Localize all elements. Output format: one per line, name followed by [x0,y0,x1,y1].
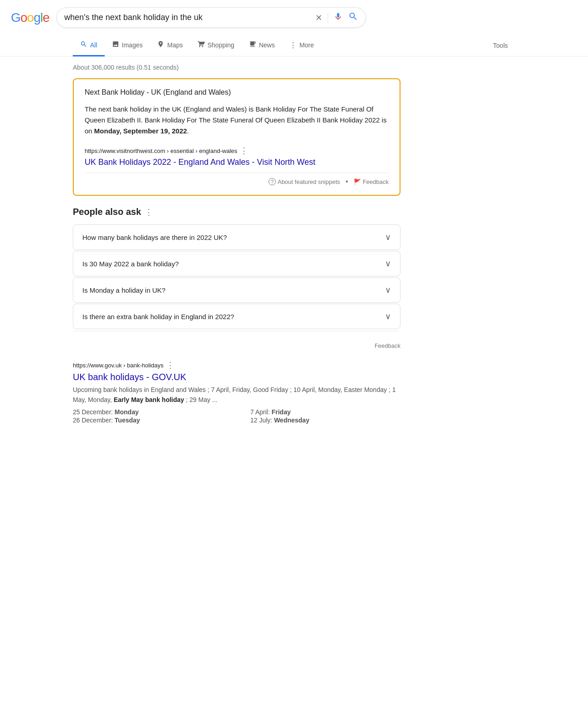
paa-question-1: How many bank holidays are there in 2022… [82,234,227,241]
flag-icon: 🚩 [354,178,361,185]
result-title[interactable]: UK bank holidays - GOV.UK [73,371,400,383]
snippet-body: The next bank holiday in the UK (England… [85,104,389,137]
chevron-down-icon-1: ∨ [385,232,391,242]
featured-snippet: Next Bank Holiday - UK (England and Wale… [73,78,400,196]
paa-item-1[interactable]: How many bank holidays are there in 2022… [73,224,400,250]
tab-shopping[interactable]: Shopping [190,35,242,56]
paa-separator [73,331,400,331]
date-label-4: 12 July: [250,417,272,424]
chevron-down-icon-2: ∨ [385,259,391,269]
clear-icon[interactable]: ✕ [315,13,322,23]
date-value-3: Tuesday [115,417,140,424]
paa-section: People also ask ⋮ How many bank holidays… [73,207,400,356]
snippet-source: https://www.visitnorthwest.com › essenti… [85,146,389,156]
date-item-1: 25 December: Monday [73,408,223,416]
search-submit-icon[interactable] [348,11,358,24]
organic-result-1: https://www.gov.uk › bank-holidays ⋮ UK … [73,360,400,424]
snippet-title: Next Bank Holiday - UK (England and Wale… [85,88,389,97]
tab-maps[interactable]: Maps [150,35,190,56]
paa-menu-icon[interactable]: ⋮ [145,207,153,217]
date-label-2: 7 April: [250,408,270,416]
tab-more-label: More [299,41,314,49]
tab-more[interactable]: ⋮ More [282,36,321,56]
tab-news-label: News [259,41,275,49]
result-dates-grid: 25 December: Monday 7 April: Friday 26 D… [73,408,400,424]
snippet-feedback-link[interactable]: 🚩 Feedback [354,178,389,185]
tab-all-label: All [90,41,97,49]
result-menu-icon[interactable]: ⋮ [166,360,174,370]
snippet-body-end: . [187,127,189,135]
search-bar: ✕ [56,7,366,28]
google-logo: Google [11,10,49,25]
tab-images[interactable]: Images [105,35,150,56]
snippet-menu-icon[interactable]: ⋮ [240,146,248,156]
result-snippet: Upcoming bank holidays in England and Wa… [73,385,400,405]
date-item-3: 26 December: Tuesday [73,417,223,424]
snippet-body-bold: Monday, September 19, 2022 [94,127,187,135]
paa-header: People also ask ⋮ [73,207,400,217]
paa-item-3[interactable]: Is Monday a holiday in UK? ∨ [73,277,400,303]
date-item-4: 12 July: Wednesday [250,417,400,424]
about-featured-snippets-link[interactable]: ? About featured snippets [269,178,340,185]
news-icon [249,41,256,50]
search-icons: ✕ [315,11,358,24]
tab-news[interactable]: News [242,35,282,56]
snippet-text-bold: Early May bank holiday [114,396,184,403]
maps-icon [157,41,164,50]
images-icon [112,41,119,50]
date-item-2: 7 April: Friday [250,408,400,416]
date-value-2: Friday [272,408,291,416]
paa-question-2: Is 30 May 2022 a bank holiday? [82,260,179,268]
date-value-4: Wednesday [274,417,309,424]
search-input[interactable] [64,13,312,22]
nav-tabs: All Images Maps Shopping News ⋮ More Too… [0,35,588,56]
header: Google ✕ [0,0,588,35]
tools-button[interactable]: Tools [486,36,515,55]
divider [328,12,328,23]
result-url-line: https://www.gov.uk › bank-holidays ⋮ [73,360,400,370]
paa-question-3: Is Monday a holiday in UK? [82,286,166,294]
chevron-down-icon-3: ∨ [385,285,391,295]
snippet-text-end: ; 29 May ... [184,396,218,403]
results-area: About 306,000 results (0.51 seconds) Nex… [0,56,588,431]
tab-shopping-label: Shopping [208,41,234,49]
snippet-feedback-label: Feedback [363,178,389,185]
tab-maps-label: Maps [167,41,182,49]
all-icon [80,41,87,50]
paa-feedback[interactable]: Feedback [73,339,400,356]
paa-title: People also ask [73,207,141,217]
date-label-1: 25 December: [73,408,113,416]
shopping-icon [198,41,205,50]
more-dots-icon: ⋮ [289,41,297,50]
footer-dot: • [345,178,348,186]
results-count: About 306,000 results (0.51 seconds) [73,60,515,78]
snippet-link[interactable]: UK Bank Holidays 2022 - England And Wale… [85,158,389,167]
result-url: https://www.gov.uk › bank-holidays [73,362,163,369]
snippet-url-display: https://www.visitnorthwest.com › essenti… [85,147,237,154]
date-label-3: 26 December: [73,417,113,424]
paa-item-4[interactable]: Is there an extra bank holiday in Englan… [73,304,400,329]
chevron-down-icon-4: ∨ [385,311,391,321]
about-snippets-label: About featured snippets [278,178,340,185]
paa-item-2[interactable]: Is 30 May 2022 a bank holiday? ∨ [73,251,400,276]
microphone-icon[interactable] [334,12,343,23]
tab-images-label: Images [122,41,143,49]
snippet-footer: ? About featured snippets • 🚩 Feedback [85,173,389,186]
date-value-1: Monday [115,408,139,416]
tab-all[interactable]: All [73,35,105,56]
paa-question-4: Is there an extra bank holiday in Englan… [82,313,234,320]
question-mark-icon: ? [269,178,276,185]
